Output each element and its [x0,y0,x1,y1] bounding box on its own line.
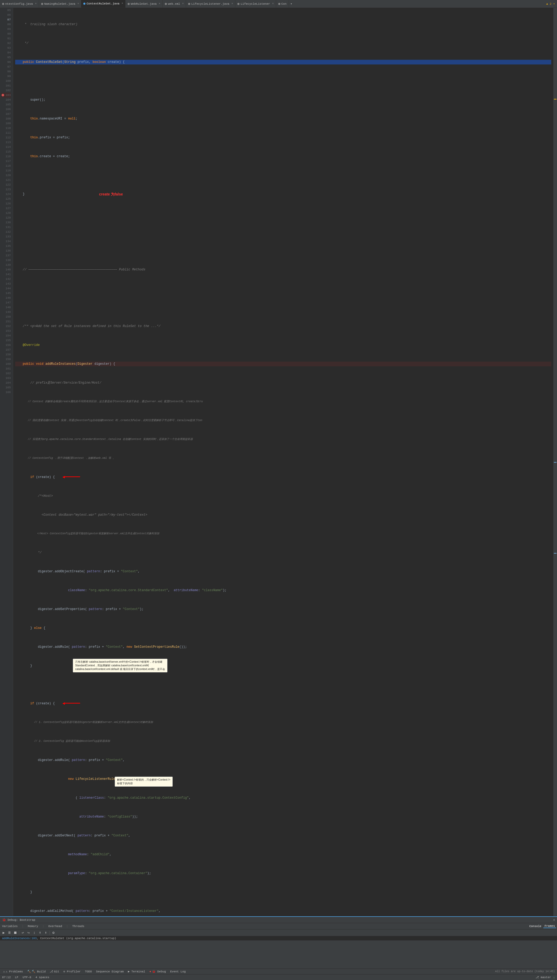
line-num-119: 119 [1,168,11,173]
problems-label: ⚠ Problems [6,970,23,973]
line-num-122: 122 [1,182,11,187]
annotation-create-false: create 为false [99,192,123,197]
tab-lifecyclelistener[interactable]: LifecycleListener × [235,0,276,8]
line-num-130: 130 [1,220,11,225]
tab-close[interactable]: × [231,2,233,5]
line-num-88: 88 [1,22,11,27]
debug-tab-variables[interactable]: Variables [1,925,19,928]
profiler-label: ⊙ Profiler [64,970,81,973]
code-line-96 [15,230,551,234]
tab-overflow[interactable]: ▾ [289,2,294,5]
todo-btn[interactable]: TODO [84,970,93,973]
line-num-99: 99 [1,74,11,79]
sequence-btn[interactable]: Sequence Diagram [95,970,125,973]
line-num-163: 163 [1,376,11,381]
problems-icon: ⚠ [3,970,5,973]
todo-label: TODO [85,970,92,973]
code-line-132: digester.addCallMethod( pattern: prefix … [15,909,551,913]
line-num-128: 128 [1,211,11,215]
code-line-92: this.create = create; [15,154,551,159]
debug-tab-memory[interactable]: Memory [27,925,39,928]
code-line-106: // 因此需要创建Context 实例，而通过HostConfig自动创建Con… [15,418,551,423]
line-num-159: 159 [1,357,11,361]
settings-btn[interactable]: ⚙ [51,930,56,936]
stop-btn[interactable]: ⏹ [13,930,18,936]
code-line-102: @Override [15,343,551,347]
evaluate-btn[interactable]: ⬆ [43,930,49,936]
code-editor: 85 86 87 88 89 90 91 92 93 94 95 96 97 9… [0,8,557,916]
footer-indent[interactable]: 4 spaces [35,976,49,979]
code-line-121: if (create) { ◀━━━━━━ [15,701,551,706]
step-over-btn[interactable]: ↩ [20,930,25,936]
line-num-117: 117 [1,159,11,163]
code-line-120 [15,682,551,687]
footer-line-sep[interactable]: LF [15,976,18,979]
line-num-132: 132 [1,230,11,234]
line-num-95: 95 [1,55,11,60]
tab-close[interactable]: × [182,2,184,5]
tab-namingruleset[interactable]: NamingRuleSet.java × [39,0,81,8]
code-line-89: super(); [15,98,551,102]
tab-con[interactable]: Con [276,0,289,8]
code-line-94: } create 为false [15,192,551,197]
tab-lifecyclelistenerjava[interactable]: LifecycleListener.java × [186,0,235,8]
code-line-101: /** <p>Add the set of Rule instances def… [15,324,551,329]
line-num-151: 151 [1,319,11,324]
line-num-140: 140 [1,267,11,272]
footer-encoding[interactable]: UTF-8 [23,976,31,979]
terminal-btn[interactable]: ▶ Terminal [127,970,146,973]
profiler-btn[interactable]: ⊙ Profiler [62,970,82,973]
debug-tab-overhead[interactable]: Overhead [47,925,63,928]
code-line-85: * trailing slash character) [15,22,551,27]
tab-close[interactable]: × [77,2,79,5]
tab-close[interactable]: × [159,2,160,5]
frame-item-1[interactable]: addRuleInstances:103, ContextRuleSet (or… [0,936,557,941]
build-btn[interactable]: 🔨 🔨 Build [26,970,47,973]
tab-contextruleset[interactable]: ContextRuleSet.java × [81,0,125,8]
line-num-112: 112 [1,135,11,140]
run-cursor-btn[interactable]: ⬇ [37,930,43,936]
debug-subtab-console[interactable]: Console [528,925,542,928]
line-num-87: 87 [1,17,11,22]
debug-dot: ● [149,970,151,973]
step-into-btn[interactable]: ↪ [26,930,31,936]
line-num-93: 93 [1,46,11,50]
line-num-146: 146 [1,296,11,300]
debug-tab-threads[interactable]: Threads [71,925,85,928]
footer-position[interactable]: 87:12 [2,976,11,979]
tab-close[interactable]: × [272,2,274,5]
footer-branch[interactable]: ⎇ master [536,975,551,979]
footer-vcs-icon[interactable]: ↓ [553,976,555,979]
tab-close[interactable]: × [35,2,37,5]
callout-create-context: 只有在解析 catalina.base/conf/server.xml中的<Co… [73,659,168,672]
pause-btn[interactable]: ⏸ [7,930,12,936]
tab-label: web.xml [168,2,180,5]
git-btn[interactable]: ⎇ Git [49,970,60,973]
code-line-95 [15,211,551,215]
debug-settings-icon[interactable]: ⚙ [553,918,555,921]
problems-btn[interactable]: ⚠ ⚠ Problems [2,970,24,973]
line-num-120: 120 [1,173,11,177]
resume-btn[interactable]: ▶ [1,930,6,936]
event-log-btn[interactable]: Event Log [169,970,187,973]
line-num-139: 139 [1,262,11,267]
tab-webxml[interactable]: web.xml × [163,0,186,8]
tab-icon [41,3,43,5]
line-num-91: 91 [1,36,11,41]
step-out-btn[interactable]: ↕ [32,930,37,936]
tab-icon [2,3,4,5]
debug-label: 🐞 Debug [152,970,166,973]
build-label: 🔨 Build [32,970,46,973]
debug-subtab-frames[interactable]: Frames [543,925,556,928]
line-num-100: 100 [1,79,11,83]
tab-ntextconfig[interactable]: ntextConfig.java × [0,0,39,8]
line-num-133: 133 [1,234,11,239]
code-line-128: digester.addSetNext( pattern: prefix + "… [15,833,551,838]
line-num-150: 150 [1,314,11,319]
tab-webruleset[interactable]: WebRuleSet.java × [125,0,163,8]
line-num-158: 158 [1,352,11,357]
line-num-103: 103 [1,93,11,98]
warning-badge[interactable]: ▲ 2 × [546,2,555,5]
tab-close[interactable]: × [122,2,123,5]
debug-btn[interactable]: ● 🐞 Debug [148,970,167,973]
